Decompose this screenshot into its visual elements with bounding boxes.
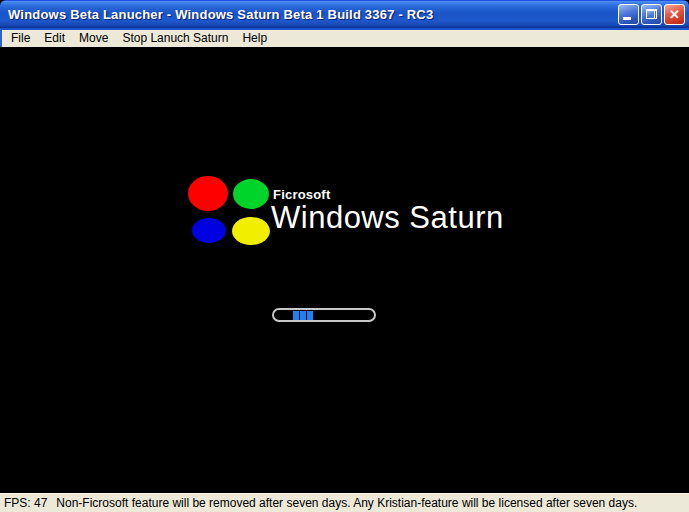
menu-item-edit[interactable]: Edit: [37, 30, 72, 47]
progress-segment: [300, 311, 306, 320]
close-button[interactable]: ✕: [664, 4, 685, 25]
minimize-button[interactable]: [618, 4, 639, 25]
statusbar: FPS: 47 Non-Ficrosoft feature will be re…: [0, 493, 689, 512]
restore-button[interactable]: [641, 4, 662, 25]
logo-orb-blue: [192, 218, 226, 243]
progress-segment: [293, 311, 299, 320]
menu-item-stop-lanuch-saturn[interactable]: Stop Lanuch Saturn: [115, 30, 235, 47]
progress-segment: [307, 311, 313, 320]
logo-orb-green: [233, 179, 269, 209]
logo-orb-red: [188, 176, 228, 211]
menu-item-help[interactable]: Help: [235, 30, 274, 47]
boot-progress-bar: [272, 308, 376, 322]
restore-icon: [646, 9, 657, 19]
splash-screen: Ficrosoft Windows Saturn: [0, 47, 689, 493]
menubar: File Edit Move Stop Lanuch Saturn Help: [0, 28, 689, 47]
window-title: Windows Beta Lanucher - Windows Saturn B…: [8, 7, 618, 22]
status-message: Non-Ficrosoft feature will be removed af…: [56, 496, 637, 510]
titlebar[interactable]: Windows Beta Lanucher - Windows Saturn B…: [0, 0, 689, 28]
logo-orb-yellow: [232, 217, 270, 245]
fps-counter: FPS: 47: [4, 496, 47, 510]
product-name: Windows Saturn: [271, 200, 504, 236]
menu-item-move[interactable]: Move: [72, 30, 115, 47]
close-icon: ✕: [669, 8, 680, 21]
window-controls: ✕: [618, 4, 685, 25]
menu-item-file[interactable]: File: [4, 30, 37, 47]
app-window: Windows Beta Lanucher - Windows Saturn B…: [0, 0, 689, 512]
minimize-icon: [623, 17, 631, 20]
